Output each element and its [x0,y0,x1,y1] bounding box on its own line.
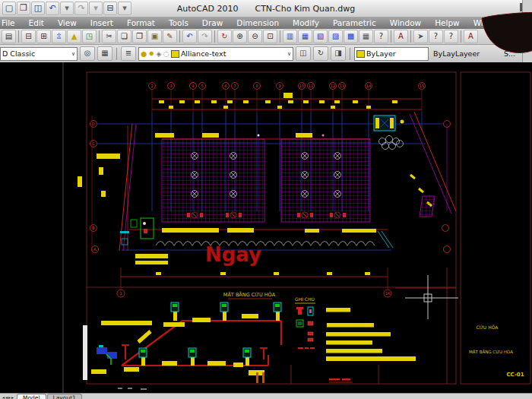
menu-item-insert[interactable]: Insert [84,18,120,27]
svg-text:14: 14 [366,84,371,88]
toolbar-separator [99,30,100,43]
svg-text:10: 10 [299,84,304,88]
plot-icon[interactable]: ⊟ [21,30,36,43]
properties-palette-icon[interactable]: ▥ [283,30,297,43]
help-icon[interactable]: ? [374,30,388,43]
menu-item-edit[interactable]: Edit [22,18,51,27]
toolbar-separator [179,30,180,43]
drawing-canvas[interactable]: 23 45 67 89 1011 1213 1415 DC BA 116 [0,62,532,393]
legend-text-bars [326,308,416,361]
svg-text:13: 13 [340,84,344,88]
titleblock-project: CỨU HỎA [477,325,499,330]
layer-dropdown[interactable]: ● ✹ ◈ ◌ Alliance-text ∨ [138,47,293,61]
svg-text:6: 6 [224,84,226,88]
layer-previous-button[interactable]: ↻ [313,46,328,61]
plot-state-icon: ◌ [163,49,169,58]
menu-item-draw[interactable]: Draw [195,18,230,27]
svg-text:D: D [92,122,95,126]
dimension-text-blocks [159,93,397,109]
main-floor-plan: 23 45 67 89 1011 1213 1415 DC BA 116 [78,83,456,299]
publish-icon[interactable]: ⇫ [52,30,66,43]
svg-text:16: 16 [385,291,390,296]
regen-icon[interactable]: ↻ [217,30,232,43]
markup-set-icon[interactable]: ▩ [344,30,358,43]
tree-symbols [379,136,404,150]
save-icon[interactable]: ▤ [2,30,16,43]
legend: GHI CHÚ [295,296,416,361]
grid-bubbles: 23 45 67 89 1011 1213 1415 DC BA 116 [90,83,451,298]
lock-icon: ◈ [156,49,161,58]
hydrant-symbols [139,302,281,366]
tab-nav-arrows-icon[interactable]: ◂◂▸▸ [0,394,17,399]
secondary-toolbar: D Classic ∨ ◎ ▦ ≣ ● ✹ ◈ ◌ Alliance-text … [0,45,532,62]
etransmit-icon[interactable]: ▲ [67,30,81,43]
market-stall-hatch [162,139,370,222]
svg-text:C: C [92,141,95,146]
help2-icon[interactable]: ? [429,30,443,43]
menu-item-modify[interactable]: Modify [286,18,326,27]
tab-model[interactable]: Model [17,394,46,399]
menu-item-helpw-11[interactable]: Helpw [428,18,467,27]
designcenter-icon[interactable]: ▦ [298,30,312,43]
menu-bar: FileEditViewInsertFormatToolsDrawDimensi… [0,17,532,29]
menu-item-format[interactable]: Format [120,18,162,27]
tab-layout1[interactable]: Layout1 [47,394,82,399]
workspace-save-button[interactable]: ▦ [97,46,112,61]
window-title: AutoCAD 2010 CTN-Cho Kim Quan.dwg [0,0,532,17]
chevron-down-icon: ∨ [287,51,291,57]
match-properties-icon[interactable]: ✎ [163,30,177,43]
copy-base-icon[interactable]: ❐ [132,30,147,43]
autocad-window: { "titlebar": { "app": "AutoCAD 2010", "… [0,0,532,399]
text-style-icon[interactable]: A [394,30,408,43]
toolbar-separator [391,30,391,43]
svg-text:15: 15 [420,84,424,88]
menu-item-window[interactable]: Window [383,18,428,27]
workspace-settings-button[interactable]: ◎ [80,46,95,61]
workspace-dropdown[interactable]: D Classic ∨ [0,47,78,61]
menu-item-parametric[interactable]: Parametric [326,18,383,27]
tool-palettes-icon[interactable]: ▧ [313,30,328,43]
titleblock-sheet-title: MẶT BẰNG CỨU HỎA [469,349,513,354]
menu-item-view[interactable]: View [51,18,84,27]
plot-preview-icon[interactable]: ⊞ [36,30,51,43]
quickcalc-icon[interactable]: ▦ [359,30,373,43]
svg-text:5: 5 [201,84,203,88]
paste-icon[interactable]: ▣ [147,30,162,43]
document-title: CTN-Cho Kim Quan.dwg [255,4,355,14]
make-layer-current-button[interactable]: ◫ [296,46,311,61]
zoom-realtime-icon[interactable]: ⊕ [233,30,247,43]
watermark-text: Ngay [205,243,261,266]
svg-text:1: 1 [119,291,122,296]
cut-icon[interactable]: ✂ [102,30,116,43]
svg-text:7: 7 [233,84,236,88]
zoom-previous-icon[interactable]: ⊡ [263,30,277,43]
menu-item-dimension[interactable]: Dimension [230,18,286,27]
color-dropdown[interactable]: ByLayer [354,47,429,61]
video-watermark-blob [465,12,532,55]
leader-icon[interactable]: ➤ [413,30,428,43]
undo-icon[interactable]: ↶ [182,30,197,43]
layer-states-button[interactable]: ◨ [331,46,346,61]
room-labels [155,133,312,138]
menu-item-tools[interactable]: Tools [162,18,195,27]
plan-title: MẶT BẰNG CỨU HỎA [223,291,276,298]
toolbar-separator [18,30,19,43]
layout-tab-bar: ◂◂▸▸ Model Layout1 [0,393,532,399]
zoom-window-icon[interactable]: ⊖ [248,30,262,43]
standard-toolbar: ▤⊟⊞⇫▲◳✂❏❐▣✎↶↷↻⊕⊖⊡▥▦▧▨▩▦?A➤??A [0,29,532,45]
markup-icon[interactable]: ◳ [82,30,97,43]
layer-name: Alliance-text [181,49,226,58]
title-bar: ▢❒◫↶▾↷▾⊟▾ AutoCAD 2010 CTN-Cho Kim Quan.… [0,0,532,17]
color-swatch [356,50,365,58]
redo-icon[interactable]: ↷ [198,30,212,43]
svg-text:8: 8 [255,84,258,88]
copy-icon[interactable]: ❏ [117,30,131,43]
menu-item-file[interactable]: File [0,18,22,27]
layer-properties-button[interactable]: ≣ [121,46,136,61]
sheet-number: CC-01 [506,372,524,378]
svg-text:3: 3 [169,84,172,88]
help3-icon[interactable]: ? [444,30,458,43]
pump-cluster [97,345,117,365]
sheetset-icon[interactable]: ▨ [328,30,343,43]
svg-text:9: 9 [278,84,280,88]
